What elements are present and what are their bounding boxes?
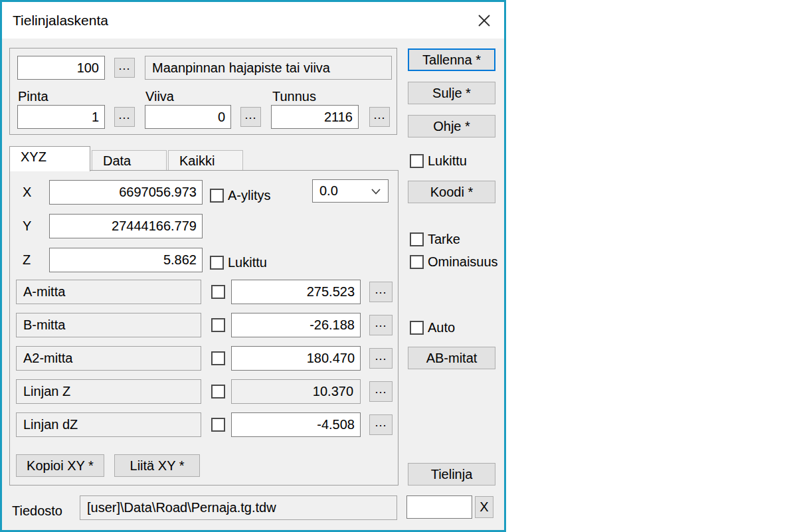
pinta-label: Pinta: [18, 89, 48, 104]
tallenna-button[interactable]: Tallenna *: [408, 48, 495, 71]
title-bar: Tielinjalaskenta: [2, 2, 504, 39]
linjan-dz-browse-button[interactable]: ...: [369, 414, 393, 435]
lukittu-checkbox[interactable]: [410, 154, 424, 168]
a-mitta-field[interactable]: [231, 280, 361, 304]
linjan-z-field: 10.370: [231, 379, 361, 404]
b-mitta-browse-button[interactable]: ...: [369, 315, 393, 335]
liita-xy-button[interactable]: Liitä XY *: [114, 454, 200, 477]
auto-label: Auto: [428, 320, 455, 335]
close-button[interactable]: [469, 10, 499, 34]
b-mitta-checkbox[interactable]: [211, 318, 225, 332]
y-label: Y: [23, 219, 31, 234]
tab-kaikki[interactable]: Kaikki: [168, 150, 243, 170]
linjan-dz-label-box: Linjan dZ: [16, 412, 201, 437]
tunnus-field[interactable]: [271, 105, 359, 129]
tab-data[interactable]: Data: [92, 150, 167, 170]
a-mitta-checkbox[interactable]: [211, 285, 225, 299]
linjan-dz-field[interactable]: [231, 412, 361, 437]
linjan-dz-checkbox[interactable]: [211, 418, 225, 432]
pinta-field[interactable]: [17, 105, 105, 129]
z-label: Z: [23, 252, 31, 268]
viiva-browse-button[interactable]: ...: [240, 107, 261, 127]
ohje-button[interactable]: Ohje *: [408, 115, 495, 137]
dialog-window: Tielinjalaskenta ... Maanpinnan hajapist…: [0, 0, 506, 532]
tielinja-button[interactable]: Tielinja: [408, 463, 495, 486]
a2-mitta-field[interactable]: [231, 346, 361, 371]
code-field[interactable]: [17, 56, 105, 80]
a-ylitys-checkbox[interactable]: [210, 189, 224, 203]
tolerance-combobox[interactable]: 0.0: [312, 179, 389, 203]
close-icon: [476, 13, 492, 31]
linjan-z-checkbox[interactable]: [211, 385, 225, 399]
a2-mitta-label-box: A2-mitta: [16, 346, 201, 371]
window-title: Tielinjalaskenta: [13, 13, 108, 29]
pinta-browse-button[interactable]: ...: [114, 107, 135, 127]
linjan-z-label-box: Linjan Z: [16, 379, 201, 404]
tunnus-label: Tunnus: [272, 89, 316, 104]
ab-mitat-button[interactable]: AB-mitat: [408, 347, 495, 369]
x-label: X: [23, 185, 31, 200]
tiedosto-path-field: [user]\Data\Road\Pernaja.tg.tdw: [80, 495, 397, 520]
clear-x-button[interactable]: X: [475, 496, 493, 518]
linjan-z-browse-button[interactable]: ...: [369, 381, 393, 402]
viiva-label: Viiva: [145, 89, 174, 104]
tarke-label: Tarke: [428, 232, 460, 247]
code-description-field: Maanpinnan hajapiste tai viiva: [145, 56, 392, 80]
koodi-button[interactable]: Koodi *: [408, 181, 495, 203]
a-mitta-browse-button[interactable]: ...: [369, 282, 393, 302]
z-lukittu-label: Lukittu: [228, 255, 267, 270]
y-field[interactable]: [49, 214, 203, 238]
tunnus-browse-button[interactable]: ...: [369, 107, 390, 127]
a-ylitys-label: A-ylitys: [228, 188, 270, 203]
lukittu-label: Lukittu: [428, 153, 467, 169]
z-field[interactable]: [49, 248, 203, 272]
tolerance-value: 0.0: [319, 183, 338, 199]
code-browse-button[interactable]: ...: [114, 58, 135, 78]
x-field[interactable]: [49, 180, 203, 205]
sulje-button[interactable]: Sulje *: [408, 82, 495, 104]
b-mitta-label-box: B-mitta: [16, 313, 201, 337]
kopioi-xy-button[interactable]: Kopioi XY *: [16, 454, 104, 477]
chevron-down-icon: [371, 183, 381, 199]
ominaisuus-checkbox[interactable]: [410, 255, 424, 269]
ominaisuus-label: Ominaisuus: [428, 254, 498, 270]
tiedosto-label: Tiedosto: [12, 503, 62, 519]
z-lukittu-checkbox[interactable]: [210, 256, 224, 270]
tarke-checkbox[interactable]: [410, 232, 424, 246]
a-mitta-label-box: A-mitta: [16, 280, 201, 304]
b-mitta-field[interactable]: [231, 313, 361, 337]
tab-xyz[interactable]: XYZ: [9, 146, 90, 171]
extra-field[interactable]: [406, 495, 472, 519]
auto-checkbox[interactable]: [410, 321, 424, 335]
a2-mitta-checkbox[interactable]: [211, 351, 225, 365]
a2-mitta-browse-button[interactable]: ...: [369, 348, 393, 369]
viiva-field[interactable]: [145, 105, 231, 129]
